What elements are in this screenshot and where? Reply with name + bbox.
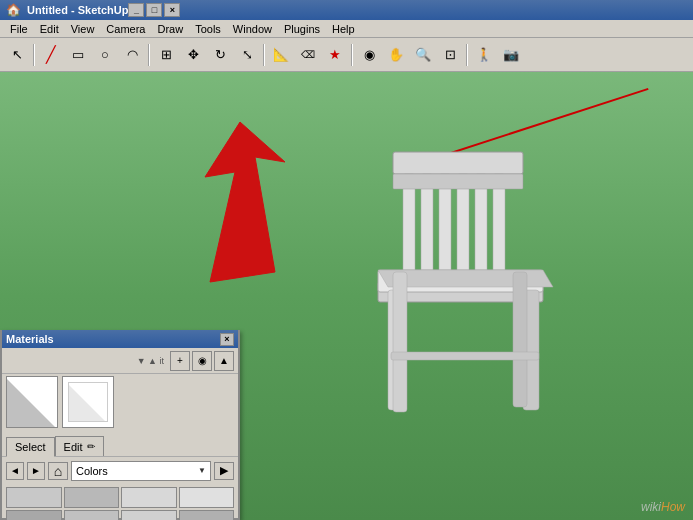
primary-material-preview[interactable]: [6, 376, 58, 428]
menu-help[interactable]: Help: [326, 20, 361, 37]
home-button[interactable]: ⌂: [48, 462, 68, 480]
svg-rect-15: [513, 272, 527, 407]
materials-titlebar: Materials ×: [2, 330, 238, 348]
tab-select[interactable]: Select: [6, 437, 55, 457]
import-button[interactable]: ▶: [214, 462, 234, 480]
swatch-7[interactable]: [179, 510, 235, 520]
svg-rect-6: [475, 174, 487, 284]
swatch-6[interactable]: [121, 510, 177, 520]
swatch-5[interactable]: [64, 510, 120, 520]
materials-panel: Materials × ▼ ▲ it + ◉ ▲: [0, 330, 240, 520]
materials-nav-controls: ◄ ► ⌂ Colors ▼ ▶: [2, 456, 238, 484]
menu-edit[interactable]: Edit: [34, 20, 65, 37]
eraser-tool[interactable]: ⌫: [295, 42, 321, 68]
tab-edit-label: Edit: [64, 441, 83, 453]
materials-inner-toolbar: ▼ ▲ it + ◉ ▲: [2, 348, 238, 374]
swatch-2[interactable]: [121, 487, 177, 508]
menu-window[interactable]: Window: [227, 20, 278, 37]
toolbar-sep1: [33, 44, 35, 66]
secondary-material-preview[interactable]: [62, 376, 114, 428]
svg-rect-4: [439, 174, 451, 284]
select-tool[interactable]: ↖: [4, 42, 30, 68]
tab-select-label: Select: [15, 441, 46, 453]
titlebar: 🏠 Untitled - SketchUp _ □ ×: [0, 0, 693, 20]
svg-rect-7: [493, 174, 505, 284]
toolbar-sep3: [263, 44, 265, 66]
arc-tool[interactable]: ◠: [119, 42, 145, 68]
forward-button[interactable]: ►: [27, 462, 45, 480]
walk-tool[interactable]: 🚶: [471, 42, 497, 68]
category-dropdown-value: Colors: [76, 465, 108, 477]
pan-tool[interactable]: ✋: [383, 42, 409, 68]
tab-edit[interactable]: Edit ✏: [55, 436, 104, 456]
materials-swatches-grid: [2, 484, 238, 520]
toolbar-sep5: [466, 44, 468, 66]
line-tool[interactable]: ╱: [38, 42, 64, 68]
close-button[interactable]: ×: [164, 3, 180, 17]
rectangle-tool[interactable]: ▭: [65, 42, 91, 68]
secondary-preview-inner: [68, 382, 108, 422]
dropdown-arrow-icon: ▼: [198, 466, 206, 475]
paint-tool[interactable]: ★: [322, 42, 348, 68]
chair-model: [313, 132, 633, 492]
menu-plugins[interactable]: Plugins: [278, 20, 326, 37]
maximize-button[interactable]: □: [146, 3, 162, 17]
materials-title: Materials: [6, 333, 220, 345]
wikihow-watermark: wikiHow: [641, 500, 685, 514]
menubar: File Edit View Camera Draw Tools Window …: [0, 20, 693, 38]
preview-white-triangle: [6, 377, 57, 428]
position-camera-tool[interactable]: 📷: [498, 42, 524, 68]
svg-rect-8: [393, 174, 523, 189]
materials-tabs: Select Edit ✏: [2, 434, 238, 456]
rotate-tool[interactable]: ↻: [207, 42, 233, 68]
menu-view[interactable]: View: [65, 20, 101, 37]
menu-draw[interactable]: Draw: [151, 20, 189, 37]
move-tool[interactable]: ✥: [180, 42, 206, 68]
toolbar: ↖ ╱ ▭ ○ ◠ ⊞ ✥ ↻ ⤡ 📐 ⌫ ★ ◉ ✋ 🔍 ⊡ 🚶 📷: [0, 38, 693, 72]
create-material-button[interactable]: +: [170, 351, 190, 371]
wiki-text: wiki: [641, 500, 661, 514]
orbit-tool[interactable]: ◉: [356, 42, 382, 68]
svg-rect-14: [393, 272, 407, 412]
chair-svg: [313, 132, 633, 492]
scale-tool[interactable]: ⤡: [234, 42, 260, 68]
materials-close-button[interactable]: ×: [220, 333, 234, 346]
3d-viewport[interactable]: wikiHow Materials × ▼ ▲ it + ◉ ▲: [0, 72, 693, 520]
zoom-extents-tool[interactable]: ⊡: [437, 42, 463, 68]
svg-rect-2: [403, 174, 415, 284]
svg-rect-3: [421, 174, 433, 284]
swatch-1[interactable]: [64, 487, 120, 508]
back-button[interactable]: ◄: [6, 462, 24, 480]
toolbar-sep2: [148, 44, 150, 66]
menu-camera[interactable]: Camera: [100, 20, 151, 37]
window-controls: _ □ ×: [128, 3, 180, 17]
scroll-up-button[interactable]: ▲: [214, 351, 234, 371]
svg-rect-16: [391, 352, 539, 360]
svg-rect-1: [393, 152, 523, 174]
circle-tool[interactable]: ○: [92, 42, 118, 68]
materials-preview-area: [2, 374, 238, 434]
how-text: How: [661, 500, 685, 514]
swatch-4[interactable]: [6, 510, 62, 520]
red-arrow-svg: [80, 112, 330, 332]
swatch-0[interactable]: [6, 487, 62, 508]
materials-display-label: ▼ ▲ it: [137, 356, 164, 366]
toolbar-sep4: [351, 44, 353, 66]
svg-rect-5: [457, 174, 469, 284]
viewport-area: wikiHow Materials × ▼ ▲ it + ◉ ▲: [0, 72, 693, 520]
app-icon: 🏠: [6, 3, 21, 17]
tape-tool[interactable]: 📐: [268, 42, 294, 68]
menu-file[interactable]: File: [4, 20, 34, 37]
category-dropdown[interactable]: Colors ▼: [71, 461, 211, 481]
swatch-3[interactable]: [179, 487, 235, 508]
edit-pencil-icon[interactable]: ✏: [87, 441, 95, 452]
sample-paint-button[interactable]: ◉: [192, 351, 212, 371]
zoom-tool[interactable]: 🔍: [410, 42, 436, 68]
titlebar-title: Untitled - SketchUp: [27, 4, 128, 16]
menu-tools[interactable]: Tools: [189, 20, 227, 37]
push-pull-tool[interactable]: ⊞: [153, 42, 179, 68]
minimize-button[interactable]: _: [128, 3, 144, 17]
svg-marker-0: [205, 122, 285, 282]
red-arrow: [80, 112, 330, 312]
